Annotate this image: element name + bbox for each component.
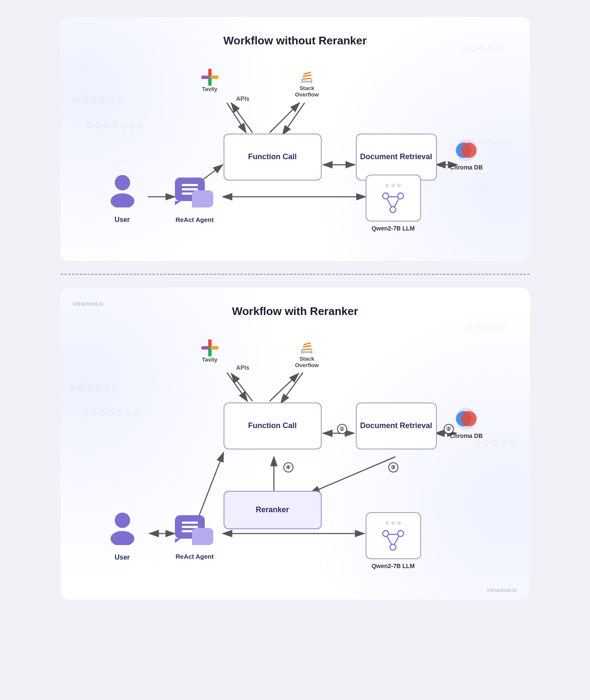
- section2-title: Workflow with Reranker: [86, 305, 504, 318]
- svg-line-70: [387, 536, 392, 545]
- num1-badge: ①: [337, 424, 347, 434]
- stackoverflow-icon-2: Stack Overflow: [295, 339, 319, 368]
- svg-point-27: [461, 143, 477, 158]
- svg-line-6: [227, 103, 246, 133]
- apis-label: APIs: [236, 95, 250, 102]
- tavily-label-2: Tavily: [202, 356, 218, 363]
- document-retrieval-box-2: Document Retrieval: [356, 402, 437, 449]
- arrows-layer-2: [86, 335, 504, 583]
- watermark-bottom: infracloud.io: [487, 587, 517, 593]
- svg-point-68: [390, 544, 396, 550]
- user-icon-2: User: [108, 511, 137, 561]
- svg-line-39: [227, 373, 247, 401]
- svg-rect-53: [208, 349, 212, 356]
- svg-point-28: [115, 175, 130, 190]
- section-with-reranker: ◇◇◇◇◇◇ ◇◇◇◇◇◇◇ ◇◇◇◇◇ ◇◇◇◇◇ infracloud.io…: [61, 288, 530, 600]
- svg-point-32: [390, 207, 396, 213]
- svg-line-40: [270, 373, 299, 401]
- svg-rect-51: [208, 339, 212, 347]
- svg-rect-19: [301, 81, 312, 82]
- svg-rect-56: [302, 348, 311, 350]
- decorative-dots: ◇◇◇◇◇: [462, 43, 504, 53]
- function-call-box-2: Function Call: [224, 402, 322, 449]
- llm-label: Qwen2-7B LLM: [372, 225, 415, 232]
- llm-section: Qwen2-7B LLM: [366, 175, 421, 232]
- reranker-box: Reranker: [224, 491, 322, 529]
- stackoverflow-label: Stack Overflow: [295, 85, 319, 98]
- svg-rect-59: [301, 350, 302, 354]
- num1-label: ①: [340, 426, 344, 432]
- svg-rect-22: [303, 72, 311, 75]
- svg-rect-55: [301, 351, 312, 353]
- document-retrieval-label: Document Retrieval: [360, 152, 432, 162]
- react-agent-label: ReAct Agent: [176, 216, 214, 223]
- function-call-label: Function Call: [248, 152, 297, 162]
- svg-point-64: [115, 513, 130, 528]
- svg-line-5: [270, 103, 299, 133]
- react-agent-icon-2: [175, 515, 218, 549]
- reranker-label: Reranker: [256, 505, 289, 515]
- svg-point-65: [110, 531, 134, 545]
- apis-label-2: APIs: [236, 364, 250, 371]
- svg-rect-24: [311, 79, 312, 83]
- svg-rect-60: [311, 350, 312, 354]
- section-divider: [61, 274, 530, 275]
- svg-line-35: [394, 198, 399, 207]
- document-retrieval-box: Document Retrieval: [356, 134, 437, 181]
- num3-label: ③: [391, 464, 395, 470]
- document-retrieval-label-2: Document Retrieval: [360, 421, 432, 431]
- svg-line-38: [231, 373, 253, 401]
- chroma-label: Chroma DB: [450, 164, 482, 171]
- section1-title: Workflow without Reranker: [86, 34, 504, 47]
- svg-line-4: [231, 103, 253, 133]
- svg-point-29: [110, 193, 134, 207]
- decorative-dots-2: ◇◇◇◇◇: [466, 322, 509, 332]
- svg-rect-15: [208, 69, 212, 76]
- svg-rect-17: [208, 78, 212, 86]
- stackoverflow-icon: Stack Overflow: [295, 69, 319, 98]
- llm-section-2: Qwen2-7B LLM: [366, 512, 421, 569]
- num2-label: ②: [446, 426, 451, 432]
- tavily-icon: Tavily: [201, 69, 218, 92]
- svg-rect-58: [303, 342, 311, 346]
- section-without-reranker: ◇◇◇◇◇◇ ◇◇◇◇◇◇◇ ◇◇◇◇◇ ◇◇◇◇◇ Workflow with…: [61, 17, 530, 261]
- workflow2-canvas: Tavily APIs Stack Overflow Function Call…: [86, 335, 504, 583]
- svg-point-63: [461, 411, 477, 426]
- llm-label-2: Qwen2-7B LLM: [372, 563, 415, 569]
- num3-badge: ③: [388, 462, 398, 472]
- svg-point-66: [383, 531, 389, 537]
- user-icon: User: [108, 173, 137, 224]
- user-label: User: [115, 216, 130, 224]
- svg-rect-57: [303, 345, 311, 347]
- svg-point-30: [383, 193, 389, 199]
- svg-point-31: [398, 193, 404, 199]
- svg-rect-16: [211, 76, 218, 79]
- tavily-icon-2: Tavily: [201, 339, 218, 363]
- watermark-top: infracloud.io: [73, 300, 103, 307]
- user-label-2: User: [115, 554, 130, 561]
- svg-rect-20: [302, 78, 311, 80]
- function-call-box: Function Call: [224, 134, 322, 181]
- stackoverflow-label-2: Stack Overflow: [295, 356, 319, 368]
- chromadb-icon-2: Chroma DB: [450, 408, 482, 439]
- tavily-label: Tavily: [202, 86, 218, 92]
- num2-badge: ②: [444, 424, 454, 434]
- svg-rect-23: [301, 79, 302, 83]
- chromadb-icon: Chroma DB: [450, 139, 482, 171]
- svg-line-44: [310, 457, 395, 493]
- svg-rect-21: [303, 74, 311, 77]
- svg-rect-18: [201, 76, 209, 79]
- workflow1-canvas: Tavily APIs Stack Overflow Function Call…: [86, 64, 504, 244]
- svg-rect-52: [211, 346, 218, 350]
- function-call-label-2: Function Call: [248, 421, 297, 431]
- chroma-label-2: Chroma DB: [450, 432, 482, 439]
- svg-line-41: [281, 373, 303, 403]
- svg-line-7: [282, 103, 305, 135]
- num4-badge: ④: [283, 462, 294, 472]
- num4-label: ④: [286, 464, 291, 470]
- svg-line-71: [394, 536, 399, 545]
- svg-point-67: [398, 531, 404, 537]
- svg-line-46: [198, 452, 224, 519]
- react-agent-label-2: ReAct Agent: [176, 553, 214, 560]
- svg-rect-54: [201, 346, 209, 350]
